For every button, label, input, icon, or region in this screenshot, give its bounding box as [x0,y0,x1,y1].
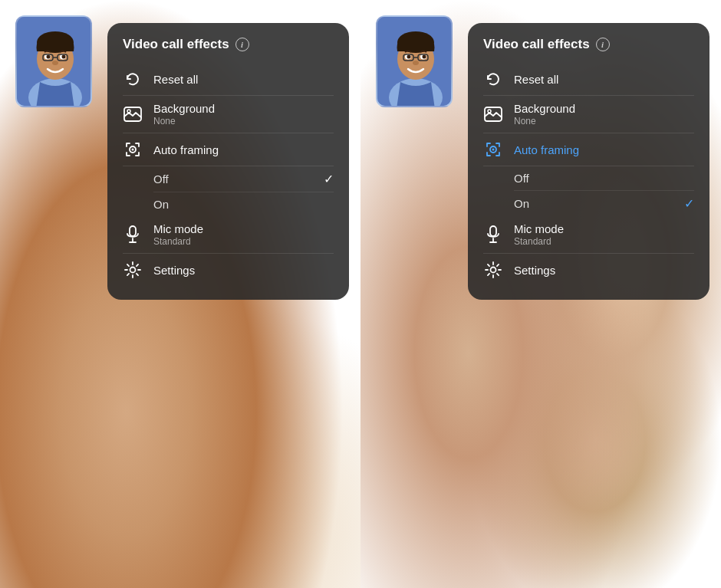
background-item-right[interactable]: Background None [483,96,694,133]
background-icon-right [483,104,503,124]
settings-text-right: Settings [514,264,694,277]
svg-point-15 [132,149,134,151]
left-menu-panel: Video call effects i Reset all [107,23,349,300]
on-label-right: On [514,197,529,210]
background-text-left: Background None [153,102,334,126]
autoframing-options-left: Off ✓ On [123,166,334,216]
autoframing-text-left: Auto framing [153,143,334,156]
option-off-left[interactable]: Off ✓ [153,166,334,192]
off-label-left: Off [153,172,169,186]
right-info-icon[interactable]: i [596,38,610,51]
reset-all-text-left: Reset all [153,73,334,86]
background-item-left[interactable]: Background None [123,96,334,133]
left-info-icon[interactable]: i [235,38,249,51]
left-panel: Video call effects i Reset all [0,0,360,588]
micmode-sublabel-right: Standard [514,236,694,247]
avatar-thumbnail-right [376,15,453,107]
svg-point-6 [47,55,51,59]
svg-point-27 [423,55,426,59]
option-off-right[interactable]: Off [514,166,694,191]
settings-icon-right [483,260,503,280]
settings-item-right[interactable]: Settings [483,254,694,286]
autoframing-text-right: Auto framing [514,143,694,156]
background-label-left: Background [153,102,334,115]
autoframing-icon-left [123,140,143,159]
option-on-right[interactable]: On ✓ [514,191,694,216]
micmode-label-left: Mic mode [153,222,334,235]
reset-icon-left [123,69,143,89]
mic-icon-right [483,225,503,245]
off-label-right: Off [514,172,529,185]
background-label-right: Background [514,102,694,115]
reset-label-left: Reset all [153,73,334,86]
autoframing-options-right: Off On ✓ [483,166,694,216]
right-panel-title: Video call effects i [483,37,694,52]
micmode-sublabel-left: Standard [153,236,334,247]
reset-icon-right [483,69,503,89]
right-menu-panel: Video call effects i Reset all [468,23,709,300]
autoframing-item-right[interactable]: Auto framing [483,133,694,166]
autoframing-item-left[interactable]: Auto framing [123,133,334,166]
background-sublabel-left: None [153,116,334,126]
background-text-right: Background None [514,102,694,126]
settings-item-left[interactable]: Settings [123,254,334,286]
svg-point-8 [52,61,58,65]
settings-text-left: Settings [153,264,334,277]
svg-point-33 [488,110,491,113]
background-sublabel-right: None [514,116,694,126]
reset-label-right: Reset all [514,73,694,86]
svg-rect-16 [130,226,136,236]
svg-point-28 [413,61,419,65]
micmode-text-right: Mic mode Standard [514,222,694,247]
settings-label-left: Settings [153,264,334,277]
reset-all-item-left[interactable]: Reset all [123,63,334,96]
svg-point-19 [130,268,136,273]
reset-all-text-right: Reset all [514,73,694,86]
svg-point-13 [127,110,130,113]
settings-icon-left [123,260,143,280]
right-panel: Video call effects i Reset all [360,0,721,588]
reset-all-item-right[interactable]: Reset all [483,63,694,96]
svg-point-26 [407,55,411,59]
right-title-text: Video call effects [483,37,590,52]
on-check-right: ✓ [684,196,694,211]
autoframing-label-right: Auto framing [514,143,694,156]
micmode-label-right: Mic mode [514,222,694,235]
option-on-left[interactable]: On [153,192,334,216]
left-title-text: Video call effects [123,37,229,52]
avatar-thumbnail-left [15,15,92,107]
svg-rect-36 [490,226,496,236]
off-check-left: ✓ [324,172,334,186]
svg-point-39 [491,268,496,273]
left-panel-title: Video call effects i [123,37,334,52]
micmode-item-left[interactable]: Mic mode Standard [123,216,334,254]
autoframing-icon-right [483,140,503,159]
mic-icon-left [123,225,143,245]
micmode-text-left: Mic mode Standard [153,222,334,247]
background-icon-left [123,104,143,124]
autoframing-label-left: Auto framing [153,143,334,156]
svg-point-35 [492,149,495,151]
settings-label-right: Settings [514,264,694,277]
micmode-item-right[interactable]: Mic mode Standard [483,216,694,254]
svg-point-7 [62,55,66,59]
on-label-left: On [153,198,169,211]
